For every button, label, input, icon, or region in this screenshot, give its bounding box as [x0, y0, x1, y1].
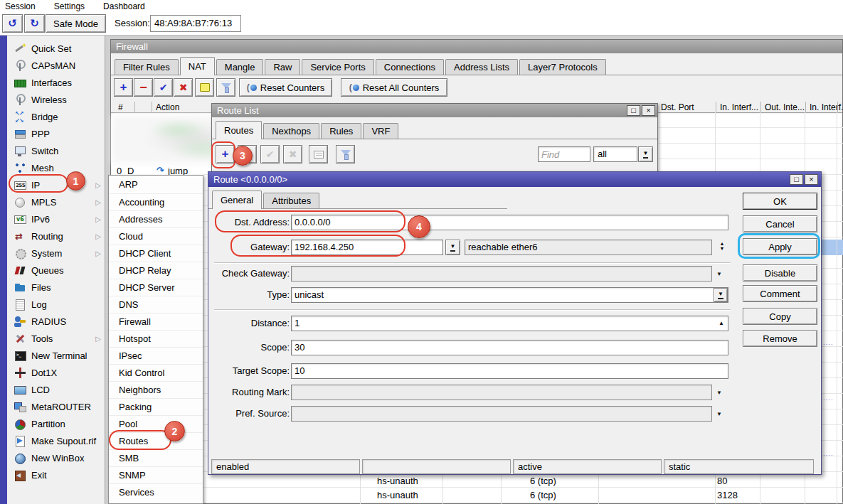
rule-chain-cell[interactable]: hs-unauth [377, 476, 418, 486]
sidebar-item-interfaces[interactable]: Interfaces [7, 74, 105, 91]
route-dialog-maximize-button[interactable]: □ [790, 174, 803, 185]
sidebar-item-ppp[interactable]: PPP [7, 125, 105, 142]
ip-menu-firewall[interactable]: Firewall [109, 313, 203, 330]
route-dialog-titlebar[interactable]: Route <0.0.0.0/0> [208, 172, 821, 187]
tab-mangle[interactable]: Mangle [216, 59, 264, 75]
ok-button[interactable]: OK [743, 193, 817, 210]
ip-menu-packing[interactable]: Packing [109, 398, 203, 415]
sidebar-item-make-supout[interactable]: Make Supout.rif [7, 432, 105, 449]
sidebar-item-tools[interactable]: Tools▷ [7, 330, 105, 347]
sidebar-item-partition[interactable]: Partition [7, 415, 105, 432]
target-scope-input[interactable]: 10 [291, 363, 728, 379]
route-comment-button[interactable] [309, 145, 328, 163]
ip-menu-dhcp-server[interactable]: DHCP Server [109, 279, 203, 296]
route-list-close-button[interactable]: × [642, 105, 655, 116]
comment-button[interactable]: Comment [743, 285, 817, 302]
type-dropdown-button[interactable]: ▼ [714, 288, 728, 302]
remove-button[interactable]: Remove [743, 330, 817, 347]
cancel-button[interactable]: Cancel [743, 215, 817, 232]
sidebar-item-new-terminal[interactable]: New Terminal [7, 347, 105, 364]
tab-attributes[interactable]: Attributes [263, 193, 319, 208]
dropdown-icon[interactable]: ▼ [716, 390, 722, 396]
sidebar-item-lcd[interactable]: LCD [7, 381, 105, 398]
nat-filter-button[interactable] [216, 78, 235, 97]
sidebar-item-switch[interactable]: Switch [7, 142, 105, 159]
type-select[interactable]: unicast [291, 287, 728, 303]
sidebar-item-bridge[interactable]: Bridge [7, 108, 105, 125]
tab-routes[interactable]: Routes [216, 121, 262, 139]
route-list-titlebar[interactable]: Route List [212, 104, 657, 117]
route-filter-select[interactable]: all [593, 146, 637, 162]
sidebar-item-quick-set[interactable]: Quick Set [7, 40, 105, 57]
rule-chain-cell[interactable]: hs-unauth [377, 490, 418, 500]
sidebar-item-wireless[interactable]: Wireless [7, 91, 105, 108]
tab-address-lists[interactable]: Address Lists [445, 59, 518, 75]
ip-menu-hotspot[interactable]: Hotspot [109, 330, 203, 347]
route-dialog-close-button[interactable]: × [805, 174, 818, 185]
gateway-dropdown-button[interactable]: ▼ [445, 240, 460, 255]
menu-settings[interactable]: Settings [54, 1, 85, 11]
nat-remove-button[interactable]: − [134, 78, 153, 97]
distance-up-icon[interactable]: ▲ [719, 320, 724, 326]
route-disable-button[interactable]: ✖ [283, 145, 302, 163]
check-gateway-select[interactable] [291, 266, 712, 282]
sidebar-item-routing[interactable]: Routing▷ [7, 227, 105, 245]
route-list-maximize-button[interactable]: □ [627, 105, 640, 116]
ip-menu-ipsec[interactable]: IPsec [109, 347, 203, 364]
copy-button[interactable]: Copy [743, 308, 817, 325]
dropdown-icon[interactable]: ▼ [716, 271, 722, 277]
column-header-dst-port[interactable]: Dst. Port [661, 102, 694, 112]
menu-dashboard[interactable]: Dashboard [103, 1, 145, 11]
route-enable-button[interactable]: ✔ [260, 145, 280, 163]
reset-counters-button[interactable]: ( Reset Counters [239, 78, 332, 97]
tab-service-ports[interactable]: Service Ports [302, 59, 373, 75]
tab-layer7[interactable]: Layer7 Protocols [519, 59, 606, 75]
sidebar-item-new-winbox[interactable]: New WinBox [7, 449, 105, 466]
gateway-spinner[interactable]: ▲ ▼ [716, 241, 728, 251]
route-filter-dropdown-button[interactable]: ▼ [638, 146, 653, 162]
ip-menu-accounting[interactable]: Accounting [109, 193, 203, 210]
rule-proto-cell[interactable]: 6 (tcp) [530, 476, 556, 486]
sidebar-item-system[interactable]: System▷ [7, 245, 105, 262]
nat-disable-button[interactable]: ✖ [174, 78, 193, 97]
tab-connections[interactable]: Connections [376, 59, 444, 75]
tab-rules[interactable]: Rules [321, 123, 361, 139]
ip-menu-smb[interactable]: SMB [109, 449, 203, 466]
ip-menu-cloud[interactable]: Cloud [109, 227, 203, 245]
sidebar-item-queues[interactable]: Queues [7, 262, 105, 279]
ip-menu-addresses[interactable]: Addresses [109, 210, 203, 227]
ip-menu-dns[interactable]: DNS [109, 296, 203, 313]
ip-menu-neighbors[interactable]: Neighbors [109, 381, 203, 398]
safe-mode-button[interactable]: Safe Mode [46, 14, 106, 33]
pref-source-select[interactable] [291, 406, 712, 422]
sidebar-item-capsman[interactable]: CAPsMAN [7, 57, 105, 74]
find-input[interactable] [538, 146, 590, 162]
undo-button[interactable]: ↺ [2, 14, 23, 33]
ip-menu-services[interactable]: Services [109, 483, 203, 500]
session-value[interactable]: 48:A9:8A:B7:76:13 [150, 15, 241, 32]
menu-session[interactable]: Session [5, 1, 36, 11]
tab-vrf[interactable]: VRF [363, 123, 398, 139]
column-header-out-interface[interactable]: Out. Inte... [765, 102, 805, 112]
sidebar-item-exit[interactable]: Exit [7, 466, 105, 483]
rule-port-cell[interactable]: 80 [717, 476, 727, 486]
ip-menu-dhcp-client[interactable]: DHCP Client [109, 245, 203, 262]
route-filter-button[interactable] [336, 145, 355, 163]
nat-add-button[interactable]: + [114, 78, 133, 97]
distance-input[interactable]: 1 [291, 316, 728, 331]
column-header-in-interface[interactable]: In. Interf... [720, 102, 758, 112]
tab-filter-rules[interactable]: Filter Rules [115, 59, 179, 75]
sidebar-item-mpls[interactable]: MPLS▷ [7, 193, 105, 210]
redo-button[interactable]: ↻ [24, 14, 45, 33]
ip-menu-snmp[interactable]: SNMP [109, 466, 203, 483]
tab-nat[interactable]: NAT [180, 57, 215, 75]
nat-enable-button[interactable]: ✔ [154, 78, 173, 97]
tab-nexthops[interactable]: Nexthops [263, 123, 319, 139]
rule-proto-cell[interactable]: 6 (tcp) [530, 490, 556, 500]
scope-input[interactable]: 30 [291, 340, 728, 355]
sidebar-item-metarouter[interactable]: MetaROUTER [7, 398, 105, 415]
sidebar-item-files[interactable]: Files [7, 279, 105, 296]
sidebar-item-radius[interactable]: RADIUS [7, 313, 105, 330]
routing-mark-select[interactable] [291, 385, 712, 400]
ip-menu-kid-control[interactable]: Kid Control [109, 364, 203, 381]
